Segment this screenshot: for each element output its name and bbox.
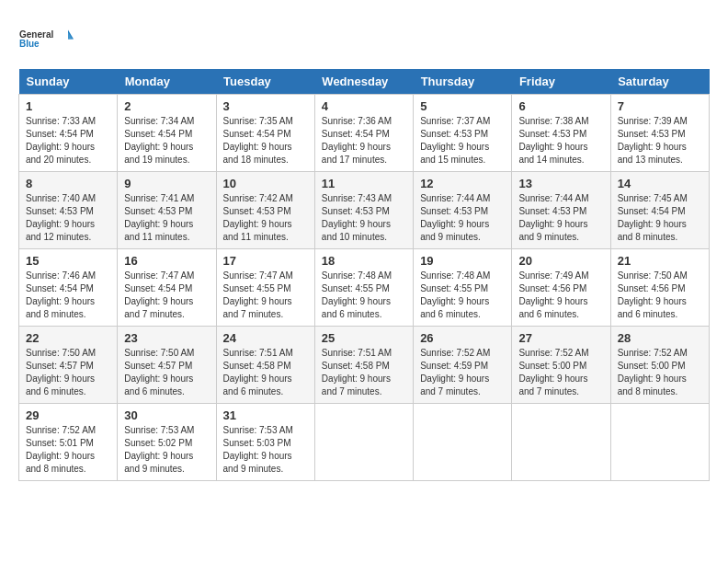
- day-number: 8: [26, 177, 110, 190]
- sunset-label: Sunset: 5:00 PM: [618, 361, 686, 371]
- sunrise-label: Sunrise: 7:40 AM: [26, 193, 96, 203]
- day-details: Sunrise: 7:51 AM Sunset: 4:58 PM Dayligh…: [223, 347, 308, 398]
- sunset-label: Sunset: 4:58 PM: [322, 361, 390, 371]
- sunrise-label: Sunrise: 7:52 AM: [518, 348, 588, 358]
- day-details: Sunrise: 7:37 AM Sunset: 4:53 PM Dayligh…: [420, 115, 505, 167]
- sunset-label: Sunset: 4:55 PM: [420, 283, 488, 293]
- day-number: 4: [322, 99, 406, 113]
- day-details: Sunrise: 7:50 AM Sunset: 4:56 PM Dayligh…: [618, 270, 702, 321]
- sunrise-label: Sunrise: 7:35 AM: [223, 116, 293, 126]
- sunrise-label: Sunrise: 7:43 AM: [322, 193, 392, 203]
- day-cell: 2 Sunrise: 7:34 AM Sunset: 4:54 PM Dayli…: [118, 95, 216, 172]
- day-details: Sunrise: 7:34 AM Sunset: 4:54 PM Dayligh…: [124, 115, 209, 167]
- day-cell: 16 Sunrise: 7:47 AM Sunset: 4:54 PM Dayl…: [118, 249, 216, 327]
- day-cell: 11 Sunrise: 7:43 AM Sunset: 4:53 PM Dayl…: [314, 172, 413, 249]
- daylight-label: Daylight: 9 hours and 7 minutes.: [322, 373, 391, 396]
- day-details: Sunrise: 7:44 AM Sunset: 4:53 PM Dayligh…: [420, 192, 505, 244]
- sunset-label: Sunset: 4:53 PM: [223, 206, 291, 216]
- sunrise-label: Sunrise: 7:37 AM: [420, 116, 490, 126]
- day-cell: 20 Sunrise: 7:49 AM Sunset: 4:56 PM Dayl…: [512, 249, 610, 327]
- day-number: 21: [618, 254, 702, 268]
- day-number: 12: [420, 177, 505, 190]
- sunset-label: Sunset: 4:58 PM: [223, 361, 291, 371]
- sunset-label: Sunset: 4:53 PM: [518, 206, 586, 216]
- calendar-table: SundayMondayTuesdayWednesdayThursdayFrid…: [18, 69, 710, 481]
- sunset-label: Sunset: 4:54 PM: [124, 283, 192, 293]
- day-number: 26: [420, 331, 505, 345]
- daylight-label: Daylight: 9 hours and 6 minutes.: [26, 373, 95, 396]
- week-row-2: 8 Sunrise: 7:40 AM Sunset: 4:53 PM Dayli…: [19, 172, 710, 249]
- sunset-label: Sunset: 4:55 PM: [223, 283, 291, 293]
- header-friday: Friday: [512, 69, 610, 95]
- day-details: Sunrise: 7:52 AM Sunset: 4:59 PM Dayligh…: [420, 347, 505, 398]
- week-row-4: 22 Sunrise: 7:50 AM Sunset: 4:57 PM Dayl…: [19, 327, 710, 404]
- day-cell: 1 Sunrise: 7:33 AM Sunset: 4:54 PM Dayli…: [19, 95, 118, 172]
- day-details: Sunrise: 7:35 AM Sunset: 4:54 PM Dayligh…: [223, 115, 308, 167]
- daylight-label: Daylight: 9 hours and 13 minutes.: [618, 142, 687, 165]
- day-details: Sunrise: 7:52 AM Sunset: 5:00 PM Dayligh…: [518, 347, 603, 398]
- sunset-label: Sunset: 4:59 PM: [420, 361, 488, 371]
- day-number: 6: [518, 99, 603, 113]
- day-details: Sunrise: 7:33 AM Sunset: 4:54 PM Dayligh…: [26, 115, 110, 167]
- sunset-label: Sunset: 4:53 PM: [124, 206, 192, 216]
- sunrise-label: Sunrise: 7:53 AM: [223, 425, 293, 435]
- sunset-label: Sunset: 4:54 PM: [618, 206, 686, 216]
- sunrise-label: Sunrise: 7:49 AM: [518, 270, 588, 281]
- day-cell: 15 Sunrise: 7:46 AM Sunset: 4:54 PM Dayl…: [19, 249, 118, 327]
- sunset-label: Sunset: 4:56 PM: [518, 283, 586, 293]
- day-number: 17: [223, 254, 308, 268]
- day-details: Sunrise: 7:50 AM Sunset: 4:57 PM Dayligh…: [26, 347, 110, 398]
- svg-text:General: General: [19, 29, 53, 40]
- daylight-label: Daylight: 9 hours and 7 minutes.: [223, 296, 292, 319]
- sunrise-label: Sunrise: 7:50 AM: [124, 348, 194, 358]
- day-cell: 14 Sunrise: 7:45 AM Sunset: 4:54 PM Dayl…: [610, 172, 709, 249]
- sunrise-label: Sunrise: 7:51 AM: [223, 348, 293, 358]
- daylight-label: Daylight: 9 hours and 6 minutes.: [618, 296, 687, 319]
- header-saturday: Saturday: [610, 69, 709, 95]
- day-number: 28: [618, 331, 702, 345]
- header-thursday: Thursday: [414, 69, 512, 95]
- sunset-label: Sunset: 4:54 PM: [124, 129, 192, 139]
- sunrise-label: Sunrise: 7:33 AM: [26, 116, 96, 126]
- sunrise-label: Sunrise: 7:52 AM: [26, 425, 96, 435]
- day-number: 31: [223, 408, 308, 422]
- daylight-label: Daylight: 9 hours and 9 minutes.: [518, 219, 587, 242]
- daylight-label: Daylight: 9 hours and 7 minutes.: [518, 373, 587, 396]
- sunset-label: Sunset: 4:54 PM: [26, 129, 94, 139]
- daylight-label: Daylight: 9 hours and 9 minutes.: [223, 451, 292, 474]
- day-cell: 17 Sunrise: 7:47 AM Sunset: 4:55 PM Dayl…: [216, 249, 314, 327]
- sunset-label: Sunset: 4:56 PM: [618, 283, 686, 293]
- day-details: Sunrise: 7:40 AM Sunset: 4:53 PM Dayligh…: [26, 192, 110, 244]
- daylight-label: Daylight: 9 hours and 10 minutes.: [322, 219, 391, 242]
- day-cell: 8 Sunrise: 7:40 AM Sunset: 4:53 PM Dayli…: [19, 172, 118, 249]
- day-number: 10: [223, 177, 308, 190]
- sunrise-label: Sunrise: 7:51 AM: [322, 348, 392, 358]
- header-wednesday: Wednesday: [314, 69, 413, 95]
- sunrise-label: Sunrise: 7:47 AM: [124, 270, 194, 281]
- sunset-label: Sunset: 4:53 PM: [322, 206, 390, 216]
- day-cell: 12 Sunrise: 7:44 AM Sunset: 4:53 PM Dayl…: [414, 172, 512, 249]
- sunrise-label: Sunrise: 7:44 AM: [420, 193, 490, 203]
- header-sunday: Sunday: [19, 69, 118, 95]
- sunset-label: Sunset: 4:53 PM: [420, 129, 488, 139]
- daylight-label: Daylight: 9 hours and 6 minutes.: [518, 296, 587, 319]
- day-number: 11: [322, 177, 406, 190]
- sunset-label: Sunset: 4:57 PM: [26, 361, 94, 371]
- daylight-label: Daylight: 9 hours and 20 minutes.: [26, 142, 95, 165]
- day-details: Sunrise: 7:42 AM Sunset: 4:53 PM Dayligh…: [223, 192, 308, 244]
- day-details: Sunrise: 7:52 AM Sunset: 5:01 PM Dayligh…: [26, 424, 110, 476]
- sunrise-label: Sunrise: 7:52 AM: [618, 348, 688, 358]
- day-cell: 27 Sunrise: 7:52 AM Sunset: 5:00 PM Dayl…: [512, 327, 610, 404]
- day-details: Sunrise: 7:36 AM Sunset: 4:54 PM Dayligh…: [322, 115, 406, 167]
- day-cell: 10 Sunrise: 7:42 AM Sunset: 4:53 PM Dayl…: [216, 172, 314, 249]
- day-number: 13: [518, 177, 603, 190]
- svg-text:Blue: Blue: [19, 39, 40, 49]
- daylight-label: Daylight: 9 hours and 7 minutes.: [420, 373, 489, 396]
- sunrise-label: Sunrise: 7:52 AM: [420, 348, 490, 358]
- day-number: 29: [26, 408, 110, 422]
- day-details: Sunrise: 7:47 AM Sunset: 4:54 PM Dayligh…: [124, 270, 209, 321]
- daylight-label: Daylight: 9 hours and 8 minutes.: [618, 219, 687, 242]
- day-cell: 13 Sunrise: 7:44 AM Sunset: 4:53 PM Dayl…: [512, 172, 610, 249]
- day-details: Sunrise: 7:47 AM Sunset: 4:55 PM Dayligh…: [223, 270, 308, 321]
- daylight-label: Daylight: 9 hours and 12 minutes.: [26, 219, 95, 242]
